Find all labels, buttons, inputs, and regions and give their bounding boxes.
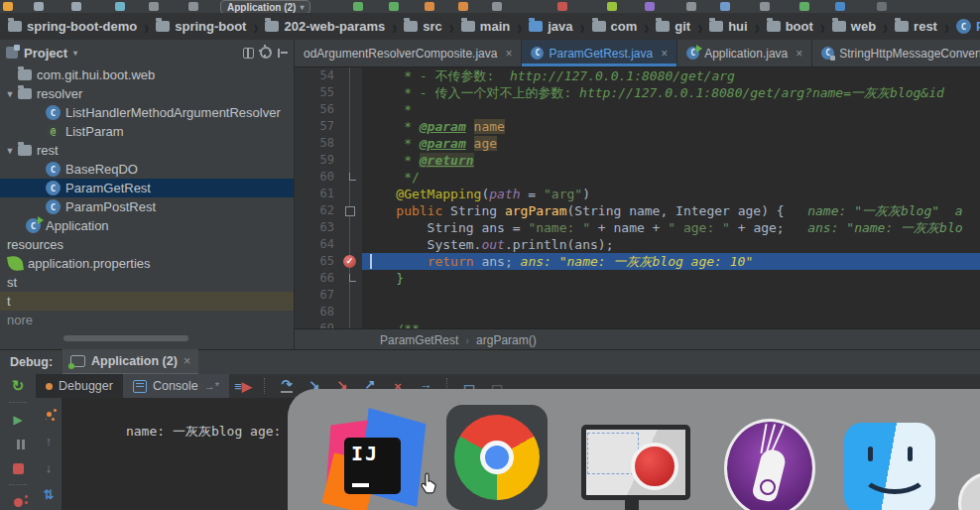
code-line-66[interactable]: 66 } (295, 270, 980, 287)
debug-icon[interactable] (389, 2, 399, 11)
code-line-55[interactable]: 55 * - 传入一个对不上的参数: http://127.0.0.1:8080… (295, 84, 980, 101)
step-over-icon[interactable]: ↷ (275, 379, 299, 393)
code-line-68[interactable]: 68 (295, 304, 980, 320)
breadcrumb-item-com[interactable]: com (588, 19, 642, 34)
profiler-icon[interactable] (458, 2, 468, 11)
breadcrumb-item-spring-boot[interactable]: spring-boot (152, 19, 250, 34)
close-icon[interactable]: × (661, 47, 668, 61)
code-line-63[interactable]: 63 String ans = "name: " + name + " age:… (295, 219, 980, 236)
undo-icon[interactable] (645, 2, 655, 11)
tree-item-application.properties[interactable]: application.properties (0, 254, 294, 273)
debug-tab-Debugger[interactable]: Debugger (36, 374, 123, 398)
collapse-all-icon[interactable] (243, 48, 254, 59)
breadcrumb-item-boot[interactable]: boot (763, 19, 817, 34)
dock-app-partial[interactable] (958, 472, 980, 510)
tree-item-nore[interactable]: nore (0, 311, 294, 329)
dotted-run-icon[interactable] (492, 2, 502, 11)
fold-gutter[interactable] (340, 67, 362, 84)
breadcrumb-item-web[interactable]: web (828, 19, 880, 34)
fold-gutter[interactable] (340, 236, 362, 253)
editor-tab-StringHttpMessageConverter.ja[interactable]: CStringHttpMessageConverter.ja (812, 40, 980, 66)
android-icon[interactable] (607, 2, 617, 11)
fold-gutter[interactable] (340, 118, 362, 135)
horizontal-scrollbar[interactable] (63, 335, 188, 341)
dock-app-intellij-idea[interactable]: IJ (327, 415, 422, 509)
code-line-56[interactable]: 56 * (295, 101, 980, 118)
pause-program-icon[interactable] (7, 436, 29, 453)
tree-item-BaseReqDO[interactable]: CBaseReqDO (0, 160, 294, 179)
stop-program-icon[interactable] (7, 459, 29, 477)
close-icon[interactable]: × (796, 47, 802, 61)
fold-gutter[interactable] (340, 320, 362, 328)
fold-gutter[interactable] (340, 84, 362, 101)
tree-item-ListHandlerMethodArgumentResolver[interactable]: CListHandlerMethodArgumentResolver (0, 103, 294, 122)
fold-gutter[interactable] (340, 186, 362, 202)
breakpoint-icon[interactable]: ✓ (343, 255, 356, 268)
dock-app-google-chrome[interactable] (446, 405, 548, 510)
run-configuration-dropdown[interactable]: Application (2) ▾ (220, 0, 310, 14)
down-stack-icon[interactable]: ↓ (40, 459, 58, 475)
tree-item-ParamPostRest[interactable]: CParamPostRest (0, 197, 294, 216)
tree-item-t[interactable]: t (0, 292, 294, 311)
fold-gutter[interactable] (340, 135, 362, 152)
code-line-57[interactable]: 57 * @param name (295, 118, 980, 135)
breadcrumb-item-ParamGetRest[interactable]: CParamGetRest (952, 19, 980, 34)
fold-gutter[interactable] (340, 287, 362, 304)
hide-panel-icon[interactable] (278, 49, 288, 58)
tree-item-ListParam[interactable]: @ListParam (0, 122, 294, 141)
fold-gutter[interactable] (340, 219, 362, 236)
resume-program-icon[interactable]: ▶ (7, 411, 29, 429)
code-line-67[interactable]: 67 (295, 287, 980, 304)
dock-app-finder[interactable] (844, 423, 935, 510)
console-settings-icon[interactable] (40, 406, 58, 422)
fold-gutter[interactable]: ✓ (340, 253, 362, 270)
chevron-expanded-icon[interactable]: ▼ (2, 146, 18, 156)
load-state-icon[interactable] (188, 2, 198, 11)
breadcrumb-item-java[interactable]: java (525, 19, 576, 34)
chevron-down-icon[interactable]: ▾ (73, 49, 77, 58)
forward-icon[interactable] (149, 2, 159, 11)
fold-gutter[interactable] (340, 202, 362, 219)
coverage-icon[interactable] (425, 2, 434, 11)
code-line-61[interactable]: 61 @GetMapping(path = "arg") (295, 186, 980, 202)
menu-partial-icon[interactable] (3, 2, 13, 11)
dock-app-purple[interactable] (724, 419, 815, 510)
up-stack-icon[interactable]: ↑ (40, 433, 58, 448)
breadcrumb-item-src[interactable]: src (400, 19, 446, 34)
structure-icon[interactable] (720, 2, 730, 11)
close-icon[interactable]: × (505, 47, 512, 61)
breadcrumb-method[interactable]: argParam() (476, 333, 537, 347)
sync-icon[interactable] (71, 2, 81, 11)
breadcrumb-item-202-web-params[interactable]: 202-web-params (261, 19, 389, 34)
scroll-to-end-icon[interactable]: ⇅ (40, 486, 58, 502)
tree-item-rest[interactable]: ▼rest (0, 141, 294, 160)
code-line-64[interactable]: 64 System.out.println(ans); (295, 236, 980, 253)
tree-item-resources[interactable]: resources (0, 235, 294, 254)
code-line-58[interactable]: 58 * @param age (295, 135, 980, 152)
view-breakpoints-icon[interactable] (7, 493, 29, 510)
chevron-expanded-icon[interactable]: ▼ (2, 89, 18, 99)
fold-gutter[interactable] (340, 169, 362, 186)
debug-tab-Console[interactable]: Console→* (123, 374, 229, 398)
code-line-62[interactable]: 62 public String argParam(String name, I… (295, 202, 980, 219)
wrench-icon[interactable] (686, 2, 696, 11)
breadcrumb-item-main[interactable]: main (457, 19, 514, 34)
fold-gutter[interactable] (340, 101, 362, 118)
show-execution-point-icon[interactable]: ≡▶ (231, 381, 255, 392)
tree-item-com.git.hui.boot.web[interactable]: com.git.hui.boot.web (0, 65, 294, 84)
misc-icon[interactable] (877, 2, 887, 11)
back-icon[interactable] (115, 2, 125, 11)
fold-gutter[interactable] (340, 270, 362, 287)
code-line-69[interactable]: 69 /** (295, 320, 980, 328)
pin-output-icon[interactable]: →* (204, 380, 219, 392)
breadcrumb-item-git[interactable]: git (652, 19, 694, 34)
close-icon[interactable]: × (184, 354, 190, 368)
project-panel-title[interactable]: Project (24, 46, 67, 61)
run-icon[interactable] (353, 2, 363, 11)
breadcrumb-item-hui[interactable]: hui (705, 19, 752, 34)
settings-icon[interactable] (260, 47, 272, 59)
save-all-icon[interactable] (760, 2, 770, 11)
editor-tab-odArgumentResolverComposite.java[interactable]: odArgumentResolverComposite.java× (295, 40, 522, 66)
code-line-54[interactable]: 54 * - 不传参数: http://127.0.0.1:8080/get/a… (295, 67, 980, 84)
tree-item-resolver[interactable]: ▼resolver (0, 84, 294, 103)
